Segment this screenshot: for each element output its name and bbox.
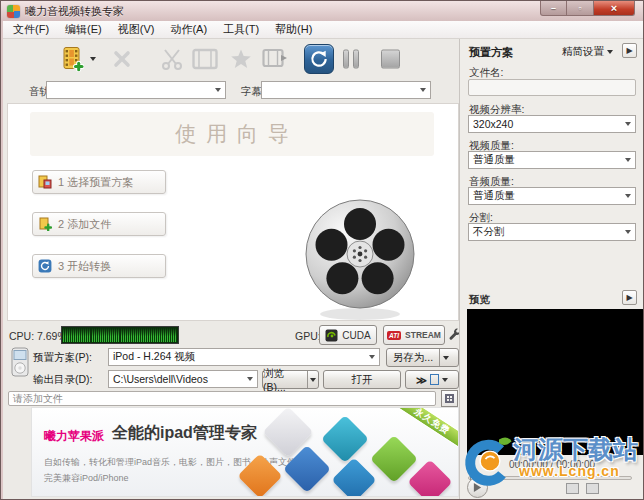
cuda-label: CUDA [342, 330, 370, 341]
toggle-panel-button[interactable] [441, 390, 458, 407]
menu-view[interactable]: 视图(V) [110, 20, 163, 39]
ad-banner[interactable]: 曦力苹果派 全能的ipad管理专家 自如传输，转化和管理iPad音乐，电影，图片… [31, 407, 459, 497]
preview-screen [467, 309, 644, 455]
convert-button[interactable] [304, 44, 334, 74]
step-label: 2 添加文件 [58, 217, 111, 232]
menu-file[interactable]: 文件(F) [5, 20, 57, 39]
cube-wifi-icon [407, 459, 452, 497]
play-icon [473, 483, 482, 492]
crop-button[interactable] [192, 48, 218, 70]
film-merge-icon [262, 47, 288, 71]
video-quality-select[interactable]: 普通质量 [468, 151, 636, 169]
cube-music-icon [321, 415, 369, 463]
play-button[interactable] [467, 477, 488, 498]
chevron-down-icon [625, 122, 631, 126]
ati-stream-button[interactable]: ATI STREAM [383, 325, 445, 345]
nvidia-icon [325, 329, 338, 342]
file-status-bar: 请添加文件 [8, 391, 436, 406]
filename-label: 文件名: [469, 66, 503, 80]
chevron-down-icon [625, 158, 631, 162]
file-status-message: 请添加文件 [13, 392, 63, 406]
browse-dropdown-arrow-icon[interactable] [307, 371, 318, 388]
resolution-select[interactable]: 320x240 [468, 115, 636, 133]
delete-button[interactable] [113, 50, 131, 68]
ad-line2: 完美兼容iPod/iPhone [44, 472, 129, 485]
pause-bar-icon [353, 50, 359, 69]
resolution-value: 320x240 [473, 118, 513, 130]
app-logo-icon [7, 5, 20, 18]
ati-logo-icon: ATI [387, 331, 401, 340]
output-dir-select[interactable]: C:\Users\dell\Videos [108, 370, 258, 388]
effects-button[interactable] [230, 49, 252, 70]
step-select-preset-button[interactable]: 1 选择预置方案 [32, 170, 166, 194]
panel-expand-button[interactable]: ▶ [622, 43, 637, 58]
device-icon [430, 374, 439, 385]
snapshot-camera-icon[interactable] [566, 483, 579, 494]
chevron-down-icon [607, 50, 613, 54]
stop-button[interactable] [381, 50, 400, 69]
add-file-dropdown-arrow-icon[interactable] [90, 57, 96, 61]
preset-value: iPod - H.264 视频 [113, 350, 195, 364]
minimize-button[interactable]: – [540, 1, 567, 16]
panel-title: 预置方案 [469, 45, 513, 60]
merge-button[interactable] [262, 47, 288, 71]
settings-mode-dropdown[interactable]: 精简设置 [562, 45, 613, 59]
audio-quality-value: 普通质量 [473, 189, 515, 203]
preset-select[interactable]: iPod - H.264 视频 [108, 348, 380, 366]
maximize-button[interactable]: ▫ [567, 1, 593, 16]
menu-help[interactable]: 帮助(H) [267, 20, 320, 39]
toolbar [3, 39, 459, 79]
add-file-small-icon [38, 217, 52, 231]
step-label: 1 选择预置方案 [58, 175, 133, 190]
open-button[interactable]: 打开 [323, 370, 401, 389]
stream-label: STREAM [405, 330, 441, 340]
menu-tools[interactable]: 工具(T) [215, 20, 267, 39]
preview-expand-button[interactable]: ▶ [622, 290, 637, 305]
video-quality-value: 普通质量 [473, 153, 515, 167]
subtitle-select[interactable] [261, 81, 431, 99]
save-as-dropdown-arrow-icon[interactable] [439, 349, 452, 366]
close-button[interactable]: × [593, 1, 635, 16]
menu-action[interactable]: 动作(A) [162, 20, 215, 39]
save-as-button[interactable]: 另存为... [386, 348, 459, 367]
audio-quality-select[interactable]: 普通质量 [468, 187, 636, 205]
filename-input[interactable] [468, 79, 636, 96]
cube-speaker-icon [331, 457, 376, 497]
step-label: 3 开始转换 [58, 259, 111, 274]
file-list-area: 使用向导 1 选择预置方案 2 添加文件 [7, 103, 459, 321]
add-file-button[interactable] [61, 47, 84, 72]
ad-headline: 全能的ipad管理专家 [112, 423, 257, 444]
client-area: 音轨: 字幕: 使用向导 1 选择预置方案 2 添加文件 [3, 39, 643, 499]
browse-button[interactable]: 浏览(B)... [262, 370, 319, 389]
split-select[interactable]: 不分割 [468, 223, 636, 241]
menu-bar: 文件(F) 编辑(E) 视图(V) 动作(A) 工具(T) 帮助(H) [3, 21, 643, 39]
more-actions-button[interactable]: ≫ [405, 370, 459, 389]
audio-track-select[interactable] [46, 81, 226, 99]
seek-slider[interactable] [468, 476, 632, 480]
preset-icon [38, 175, 52, 189]
cuda-button[interactable]: CUDA [319, 325, 377, 345]
pause-button[interactable] [343, 50, 359, 69]
film-reel-graphic [302, 196, 418, 322]
convert-small-icon [38, 259, 52, 273]
preset-panel: 预置方案 精简设置 ▶ 文件名: 视频分辨率: 320x240 视频质量: 普通… [459, 39, 643, 499]
grid-icon [445, 394, 454, 403]
menu-edit[interactable]: 编辑(E) [57, 20, 110, 39]
split-value: 不分割 [473, 225, 505, 239]
effects-star-icon [230, 49, 252, 70]
output-dir-value: C:\Users\dell\Videos [113, 373, 208, 385]
step-start-convert-button[interactable]: 3 开始转换 [32, 254, 166, 278]
delete-x-icon [113, 50, 131, 68]
step-add-file-button[interactable]: 2 添加文件 [32, 212, 166, 236]
fullscreen-icon[interactable] [586, 483, 599, 494]
chevron-down-icon [625, 230, 631, 234]
clip-button[interactable] [160, 47, 184, 71]
app-window: 曦力音视频转换专家 – ▫ × 文件(F) 编辑(E) 视图(V) 动作(A) … [0, 0, 644, 500]
browse-label: 浏览(B)... [263, 367, 301, 393]
chevron-down-icon [420, 88, 426, 92]
cpu-meter [61, 326, 179, 344]
chevron-down-icon [247, 377, 253, 381]
chevron-down-icon [369, 355, 375, 359]
ad-brand: 曦力苹果派 [44, 428, 104, 445]
time-display: 00:00:00 / 00:00:00 [460, 459, 644, 470]
